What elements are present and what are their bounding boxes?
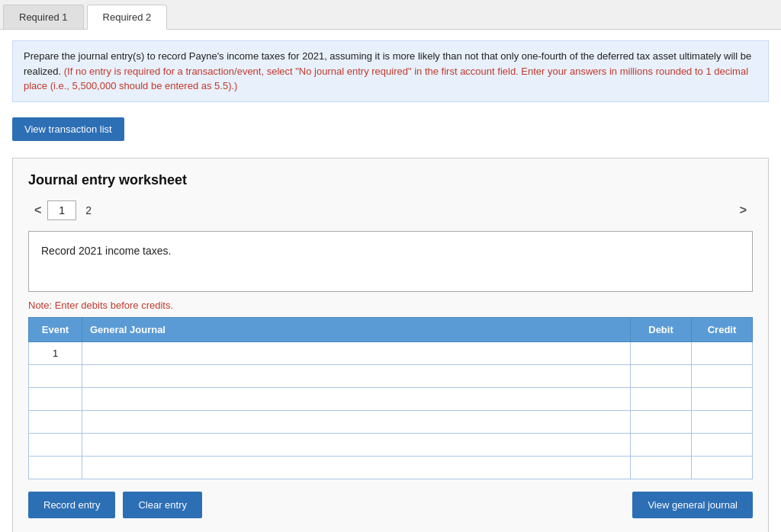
event-cell: 1 xyxy=(29,341,82,364)
general-journal-input[interactable] xyxy=(82,457,630,479)
credit-cell[interactable] xyxy=(692,364,753,387)
table-row: 1 xyxy=(29,341,753,364)
record-entry-button[interactable]: Record entry xyxy=(28,492,115,518)
debit-cell[interactable] xyxy=(631,387,692,410)
tab-required-2[interactable]: Required 2 xyxy=(87,5,168,30)
tab-required-1[interactable]: Required 1 xyxy=(3,5,84,29)
inactive-page-number: 2 xyxy=(76,201,101,220)
col-header-event: Event xyxy=(29,317,82,341)
debit-cell[interactable] xyxy=(631,456,692,479)
event-cell xyxy=(29,456,82,479)
debit-cell[interactable] xyxy=(631,364,692,387)
debit-input[interactable] xyxy=(631,434,691,456)
debit-cell[interactable] xyxy=(631,433,692,456)
page-nav: < 1 2 > xyxy=(28,200,753,220)
table-row xyxy=(29,364,753,387)
description-text: Record 2021 income taxes. xyxy=(41,245,171,257)
credit-input[interactable] xyxy=(692,411,752,433)
debit-input[interactable] xyxy=(631,457,691,479)
general-journal-input[interactable] xyxy=(82,342,630,364)
info-red-text: (If no entry is required for a transacti… xyxy=(24,66,748,92)
table-row xyxy=(29,456,753,479)
general-journal-cell[interactable] xyxy=(82,410,631,433)
credit-input[interactable] xyxy=(692,457,752,479)
event-cell xyxy=(29,433,82,456)
general-journal-input[interactable] xyxy=(82,434,630,456)
general-journal-cell[interactable] xyxy=(82,341,631,364)
journal-table: Event General Journal Debit Credit 1 xyxy=(28,317,753,479)
general-journal-cell[interactable] xyxy=(82,456,631,479)
debit-cell[interactable] xyxy=(631,410,692,433)
debit-input[interactable] xyxy=(631,388,691,410)
col-header-credit: Credit xyxy=(692,317,753,341)
description-box: Record 2021 income taxes. xyxy=(28,231,753,292)
general-journal-input[interactable] xyxy=(82,411,630,433)
general-journal-cell[interactable] xyxy=(82,433,631,456)
event-cell xyxy=(29,364,82,387)
next-page-button[interactable]: > xyxy=(734,200,753,220)
debit-cell[interactable] xyxy=(631,341,692,364)
general-journal-cell[interactable] xyxy=(82,364,631,387)
info-box: Prepare the journal entry(s) to record P… xyxy=(12,40,769,102)
col-header-debit: Debit xyxy=(631,317,692,341)
active-page-number: 1 xyxy=(47,200,76,220)
clear-entry-button[interactable]: Clear entry xyxy=(123,492,202,518)
credit-cell[interactable] xyxy=(692,341,753,364)
credit-cell[interactable] xyxy=(692,433,753,456)
debit-input[interactable] xyxy=(631,365,691,387)
general-journal-input[interactable] xyxy=(82,365,630,387)
credit-input[interactable] xyxy=(692,342,752,364)
tabs-bar: Required 1 Required 2 xyxy=(0,0,781,30)
general-journal-cell[interactable] xyxy=(82,387,631,410)
debit-input[interactable] xyxy=(631,342,691,364)
view-general-journal-button[interactable]: View general journal xyxy=(632,492,753,518)
bottom-buttons: Record entry Clear entry View general jo… xyxy=(28,492,753,518)
table-row xyxy=(29,387,753,410)
debit-input[interactable] xyxy=(631,411,691,433)
general-journal-input[interactable] xyxy=(82,388,630,410)
note-text: Note: Enter debits before credits. xyxy=(28,300,753,311)
col-header-general-journal: General Journal xyxy=(82,317,631,341)
prev-page-button[interactable]: < xyxy=(28,200,47,220)
worksheet-card: Journal entry worksheet < 1 2 > Record 2… xyxy=(12,158,769,533)
event-cell xyxy=(29,387,82,410)
credit-cell[interactable] xyxy=(692,387,753,410)
view-transaction-list-button[interactable]: View transaction list xyxy=(12,117,124,141)
table-row xyxy=(29,410,753,433)
credit-cell[interactable] xyxy=(692,456,753,479)
worksheet-title: Journal entry worksheet xyxy=(28,172,753,188)
credit-input[interactable] xyxy=(692,365,752,387)
credit-cell[interactable] xyxy=(692,410,753,433)
event-cell xyxy=(29,410,82,433)
table-row xyxy=(29,433,753,456)
credit-input[interactable] xyxy=(692,434,752,456)
credit-input[interactable] xyxy=(692,388,752,410)
